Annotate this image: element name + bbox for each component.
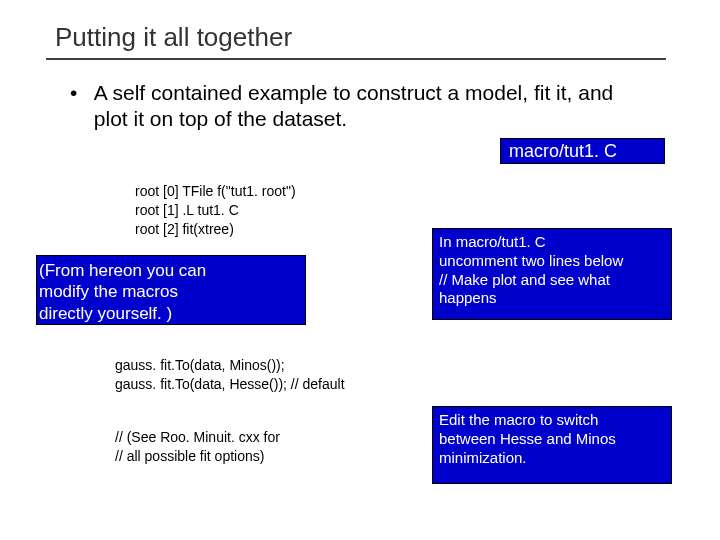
macro-path-label: macro/tut1. C bbox=[509, 141, 617, 162]
code-line: root [0] TFile f("tut1. root") bbox=[135, 182, 296, 201]
bullet-text: A self contained example to construct a … bbox=[94, 80, 634, 133]
note-line: In macro/tut1. C bbox=[439, 233, 665, 252]
code-block-fit-calls: gauss. fit.To(data, Minos()); gauss. fit… bbox=[115, 356, 345, 394]
note-line: modify the macros bbox=[39, 281, 299, 302]
bullet-dot: • bbox=[70, 80, 88, 106]
code-line: root [2] fit(xtree) bbox=[135, 220, 296, 239]
note-uncomment-lines: In macro/tut1. C uncomment two lines bel… bbox=[432, 228, 672, 320]
note-line: minimization. bbox=[439, 449, 665, 468]
code-block-comment: // (See Roo. Minuit. cxx for // all poss… bbox=[115, 428, 280, 466]
slide-title: Putting it all together bbox=[55, 22, 292, 53]
code-line: // (See Roo. Minuit. cxx for bbox=[115, 428, 280, 447]
note-edit-macro: Edit the macro to switch between Hesse a… bbox=[432, 406, 672, 484]
note-line: Edit the macro to switch bbox=[439, 411, 665, 430]
code-line: root [1] .L tut1. C bbox=[135, 201, 296, 220]
note-line: directly yourself. ) bbox=[39, 303, 299, 324]
code-block-root-commands: root [0] TFile f("tut1. root") root [1] … bbox=[135, 182, 296, 239]
code-line: gauss. fit.To(data, Hesse()); // default bbox=[115, 375, 345, 394]
title-underline bbox=[46, 58, 666, 60]
note-line: (From hereon you can bbox=[39, 260, 299, 281]
note-line: happens bbox=[439, 289, 665, 308]
code-line: // all possible fit options) bbox=[115, 447, 280, 466]
note-line: // Make plot and see what bbox=[439, 271, 665, 290]
note-line: between Hesse and Minos bbox=[439, 430, 665, 449]
code-line: gauss. fit.To(data, Minos()); bbox=[115, 356, 345, 375]
macro-path-badge: macro/tut1. C bbox=[500, 138, 665, 164]
note-line: uncomment two lines below bbox=[439, 252, 665, 271]
note-modify-macros: (From hereon you can modify the macros d… bbox=[36, 255, 306, 325]
slide: Putting it all together • A self contain… bbox=[0, 0, 720, 540]
bullet-item: • A self contained example to construct … bbox=[70, 80, 660, 133]
